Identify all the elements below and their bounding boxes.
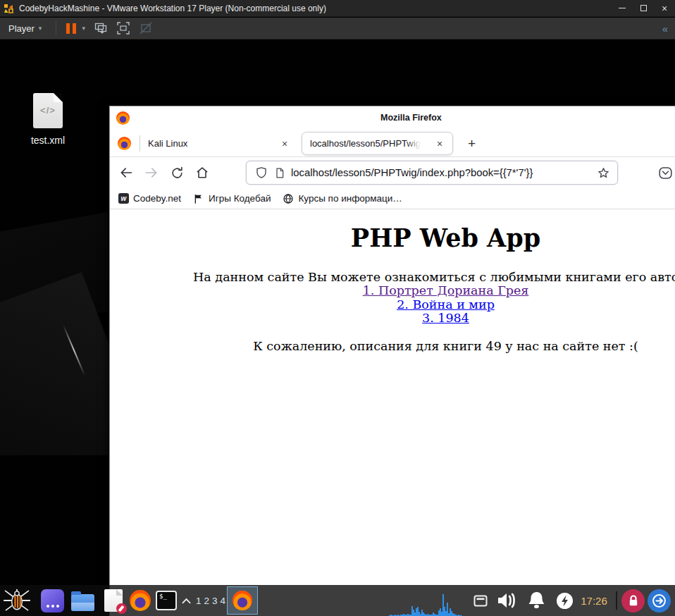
applications-menu-button[interactable]: [0, 585, 34, 616]
clock[interactable]: 17:26: [575, 585, 613, 616]
home-button[interactable]: [193, 164, 211, 182]
book-link-2[interactable]: 2. Война и мир: [110, 298, 675, 312]
url-bar[interactable]: [246, 161, 618, 185]
workspace-4[interactable]: 4: [221, 596, 226, 606]
forward-arrow-icon: [144, 166, 159, 180]
fullscreen-button[interactable]: [113, 20, 134, 37]
text-editor-button[interactable]: [100, 588, 127, 613]
suspend-vm-button[interactable]: [66, 23, 76, 34]
bookmark-label: Курсы по информаци…: [298, 193, 402, 204]
xml-file-icon: </>: [33, 93, 63, 128]
firefox-view-button[interactable]: [118, 137, 131, 150]
tab-kali-linux[interactable]: Kali Linux ×: [141, 130, 295, 157]
text-editor-icon: [104, 589, 123, 612]
workspace-1[interactable]: 1: [196, 596, 202, 606]
tab-separator: [140, 135, 140, 152]
page-title: PHP Web App: [110, 209, 675, 252]
send-ctrl-alt-del-button[interactable]: [90, 20, 111, 37]
globe-icon: [283, 193, 294, 204]
minimize-icon: [619, 8, 626, 8]
desktop-icon-test-xml[interactable]: </> test.xml: [20, 93, 76, 146]
pencil-badge-icon: [116, 603, 127, 614]
reload-button[interactable]: [168, 164, 186, 182]
bookmark-codeby[interactable]: w Codeby.net: [118, 193, 181, 204]
lock-screen-button[interactable]: [621, 589, 645, 612]
new-tab-button[interactable]: +: [462, 134, 481, 153]
chevron-down-icon: ▾: [39, 25, 42, 32]
firefox-window-task-button[interactable]: [227, 586, 258, 615]
tracking-protection-shield-icon[interactable]: [255, 166, 268, 179]
back-arrow-icon: [119, 166, 133, 180]
save-to-pocket-button[interactable]: [657, 164, 674, 181]
tab-close-button[interactable]: ×: [276, 130, 293, 157]
tab-title: Kali Linux: [148, 130, 187, 157]
vmware-player-icon: [3, 3, 14, 14]
bookmark-star-icon[interactable]: [597, 166, 610, 180]
tab-localhost-active[interactable]: localhost/lesson5/PHPTwig/i ×: [302, 132, 453, 155]
battery-bolt-icon: [556, 592, 574, 610]
display-tray-icon[interactable]: [472, 593, 489, 608]
page-intro-text: На данном сайте Вы можете ознакомиться с…: [193, 270, 675, 284]
file-manager-button[interactable]: [69, 589, 96, 613]
toolbar-collapse-button[interactable]: «: [662, 23, 667, 35]
bookmark-label: Codeby.net: [133, 193, 181, 204]
volume-tray-button[interactable]: [493, 590, 520, 611]
player-menu-button[interactable]: Player ▾: [0, 18, 50, 39]
page-info-icon[interactable]: [274, 167, 285, 179]
tab-close-button[interactable]: ×: [431, 133, 448, 154]
code-glyph: </>: [33, 105, 63, 116]
firefox-window-title: Mozilla Firefox: [380, 106, 442, 130]
chevron-up-icon: [182, 598, 191, 604]
vmware-toolbar: Player ▾ ▾ «: [0, 18, 675, 39]
app-launcher-button[interactable]: [39, 588, 66, 613]
bookmarks-toolbar: w Codeby.net Игры Кодебай Курсы по инфор…: [110, 188, 675, 209]
tab-title-fade: [406, 135, 424, 152]
firefox-launcher-button[interactable]: [129, 590, 151, 611]
pocket-icon: [658, 166, 673, 180]
tray-divider: [616, 591, 617, 610]
unity-mode-icon: [139, 21, 153, 35]
bell-icon: [527, 591, 546, 610]
terminal-icon: $_: [156, 591, 177, 610]
vm-window-title: CodebyHackMashine - VMware Workstation 1…: [19, 4, 326, 13]
vmware-titlebar: CodebyHackMashine - VMware Workstation 1…: [0, 0, 675, 17]
screen-icon: [473, 595, 488, 607]
url-input[interactable]: [291, 167, 597, 178]
logout-button[interactable]: [648, 589, 671, 612]
terminal-launcher-button[interactable]: $_: [154, 590, 178, 611]
back-button[interactable]: [117, 164, 135, 182]
vm-minimize-button[interactable]: [612, 0, 633, 16]
workspace-3[interactable]: 3: [212, 596, 218, 606]
taskbar: $_ 1 2 3 4 17:26: [0, 585, 675, 616]
fullscreen-icon: [116, 21, 130, 35]
net-graph: [389, 585, 466, 616]
unity-mode-button-disabled: [135, 20, 156, 37]
vm-maximize-button[interactable]: [633, 0, 654, 16]
close-icon: ×: [662, 4, 667, 13]
firefox-logo-icon: [116, 111, 130, 125]
bookmark-courses[interactable]: Курсы по информаци…: [283, 193, 402, 204]
book-link-1[interactable]: 1. Портрет Дориана Грея: [110, 284, 675, 297]
page-error-message: К сожалению, описания для книги 49 у нас…: [110, 339, 675, 353]
book-link-3[interactable]: 3. 1984: [110, 312, 675, 325]
folder-icon: [71, 594, 94, 611]
workspace-2[interactable]: 2: [204, 596, 209, 606]
suspend-dropdown-caret-icon[interactable]: ▾: [82, 25, 85, 32]
bookmark-games[interactable]: Игры Кодебай: [193, 193, 271, 204]
firefox-logo-icon: [130, 590, 151, 611]
purple-app-icon: [41, 589, 64, 612]
launcher-expand-button[interactable]: [180, 595, 192, 606]
tab-bar: Kali Linux × localhost/lesson5/PHPTwig/i…: [110, 130, 675, 157]
firefox-titlebar[interactable]: Mozilla Firefox: [110, 106, 675, 130]
workspace-pager[interactable]: 1 2 3 4: [194, 585, 227, 616]
padlock-icon: [628, 595, 639, 607]
notifications-tray-button[interactable]: [523, 590, 550, 611]
desktop-icon-label: test.xml: [20, 135, 76, 146]
vm-close-button[interactable]: ×: [654, 0, 675, 16]
reload-icon: [171, 166, 184, 180]
navigation-bar: [110, 157, 675, 188]
power-manager-tray-button[interactable]: [555, 592, 574, 610]
web-page: PHP Web App На данном сайте Вы можете оз…: [110, 209, 675, 353]
codeby-favicon: w: [118, 193, 129, 204]
bookmark-label: Игры Кодебай: [209, 193, 271, 204]
